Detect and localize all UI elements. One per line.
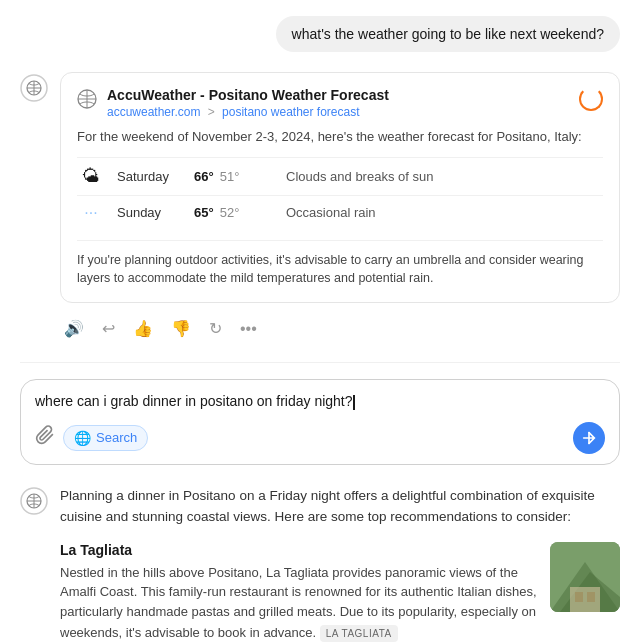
- weather-advisory: If you're planning outdoor activities, i…: [77, 240, 603, 289]
- dinner-intro: Planning a dinner in Positano on a Frida…: [60, 485, 620, 528]
- speaker-button[interactable]: 🔊: [60, 315, 88, 342]
- sunday-icon: ···: [77, 204, 105, 222]
- weather-page-link[interactable]: positano weather forecast: [222, 105, 359, 119]
- input-controls: 🌐 Search: [35, 422, 605, 454]
- sunday-low: 52°: [220, 205, 240, 220]
- search-label: Search: [96, 430, 137, 445]
- sunday-label: Sunday: [117, 205, 182, 220]
- attach-button[interactable]: [35, 425, 55, 450]
- input-text: where can i grab dinner in positano on f…: [35, 392, 605, 412]
- loading-spinner: [579, 87, 603, 111]
- sunday-high: 65°: [194, 205, 214, 220]
- weather-title: AccuWeather - Positano Weather Forecast: [107, 87, 569, 103]
- saturday-condition: Clouds and breaks of sun: [286, 169, 603, 184]
- saturday-low: 51°: [220, 169, 240, 184]
- restaurant-tag-1: LA TAGLIATA: [320, 625, 398, 642]
- restaurant-desc-1: Nestled in the hills above Positano, La …: [60, 563, 538, 643]
- restaurant-item-1: La Tagliata Nestled in the hills above P…: [60, 542, 620, 643]
- svg-rect-8: [587, 592, 595, 602]
- text-cursor: [353, 395, 355, 410]
- saturday-label: Saturday: [117, 169, 182, 184]
- globe-search-icon: 🌐: [74, 430, 91, 446]
- thumbs-up-button[interactable]: 👍: [129, 315, 157, 342]
- copy-button[interactable]: ↩: [98, 315, 119, 342]
- weather-card-content: AccuWeather - Positano Weather Forecast …: [60, 72, 620, 342]
- user-message-1: what's the weather going to be like next…: [0, 0, 640, 60]
- search-pill[interactable]: 🌐 Search: [63, 425, 148, 451]
- ai-avatar-2: [20, 487, 48, 515]
- saturday-temps: 66° 51°: [194, 169, 274, 184]
- globe-icon: [77, 89, 97, 109]
- sunday-condition: Occasional rain: [286, 205, 603, 220]
- input-area[interactable]: where can i grab dinner in positano on f…: [20, 379, 620, 465]
- sunday-weather-row: ··· Sunday 65° 52° Occasional rain: [77, 195, 603, 230]
- restaurant-info-1: La Tagliata Nestled in the hills above P…: [60, 542, 538, 643]
- dinner-response: Planning a dinner in Positano on a Frida…: [0, 481, 640, 644]
- dinner-content: Planning a dinner in Positano on a Frida…: [60, 485, 620, 644]
- restaurant-name-1: La Tagliata: [60, 542, 538, 558]
- weather-source: AccuWeather - Positano Weather Forecast …: [107, 87, 569, 119]
- weather-card: AccuWeather - Positano Weather Forecast …: [60, 72, 620, 303]
- svg-rect-7: [575, 592, 583, 602]
- thumbs-down-button[interactable]: 👎: [167, 315, 195, 342]
- saturday-icon: 🌤: [77, 166, 105, 187]
- user-bubble-1: what's the weather going to be like next…: [276, 16, 620, 52]
- weather-url-link[interactable]: accuweather.com: [107, 105, 204, 119]
- divider: [20, 362, 620, 363]
- saturday-weather-row: 🌤 Saturday 66° 51° Clouds and breaks of …: [77, 157, 603, 195]
- regenerate-button[interactable]: ↻: [205, 315, 226, 342]
- weather-url: accuweather.com > positano weather forec…: [107, 105, 569, 119]
- ai-avatar: [20, 74, 48, 102]
- restaurant-img-1: [550, 542, 620, 612]
- weather-description: For the weekend of November 2-3, 2024, h…: [77, 127, 603, 147]
- more-button[interactable]: •••: [236, 316, 261, 342]
- send-button[interactable]: [573, 422, 605, 454]
- input-left-controls: 🌐 Search: [35, 425, 148, 451]
- saturday-high: 66°: [194, 169, 214, 184]
- action-buttons-row: 🔊 ↩ 👍 👎 ↻ •••: [60, 315, 620, 342]
- svg-rect-6: [570, 587, 600, 612]
- weather-response: AccuWeather - Positano Weather Forecast …: [0, 60, 640, 354]
- sunday-temps: 65° 52°: [194, 205, 274, 220]
